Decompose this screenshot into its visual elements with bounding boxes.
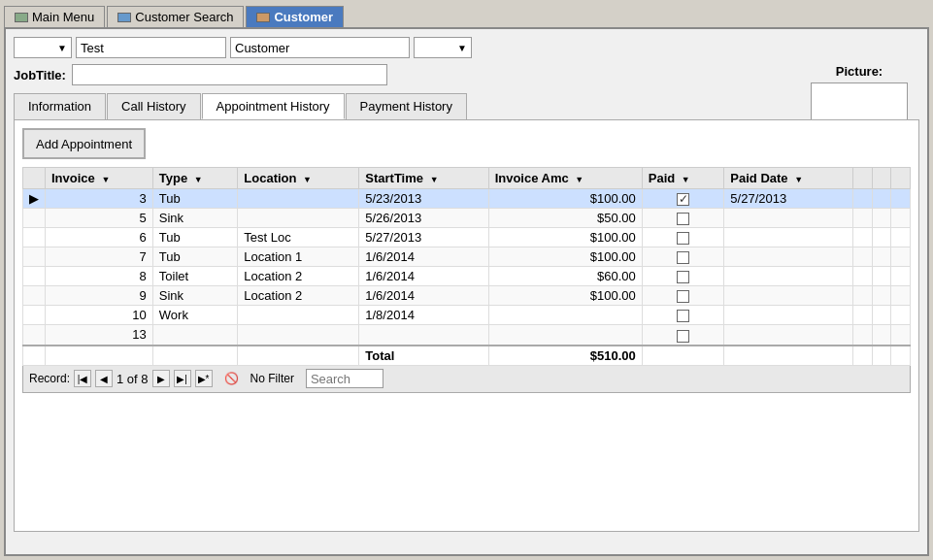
cell-invoice-amt: $60.00 [488, 267, 642, 286]
cell-starttime: 1/6/2014 [359, 286, 488, 306]
table-row[interactable]: 6TubTest Loc5/27/2013$100.00 [23, 228, 911, 247]
cell-paid[interactable] [642, 228, 724, 247]
cell-invoice-amt: $100.00 [488, 228, 642, 247]
cell-extra [891, 306, 911, 325]
table-row[interactable]: 5Sink5/26/2013$50.00 [23, 209, 911, 228]
col-invoice[interactable]: Invoice ▼ [46, 168, 153, 189]
inner-tabs: Information Call History Appointment His… [14, 93, 919, 119]
table-row[interactable]: 7TubLocation 11/6/2014$100.00 [23, 247, 911, 267]
paid-checkbox[interactable] [677, 213, 689, 225]
row-select-indicator [23, 306, 46, 325]
tab-customer-search[interactable]: Customer Search [107, 6, 244, 27]
total-cell: Total [359, 346, 488, 366]
cell-paid[interactable] [642, 286, 724, 306]
nav-first-button[interactable]: |◀ [74, 370, 91, 387]
row-select-indicator [23, 267, 46, 286]
col-extra2 [872, 168, 891, 189]
cell-paid[interactable] [642, 209, 724, 228]
cell-paid-date [724, 209, 853, 228]
cell-invoice: 9 [46, 286, 153, 306]
cell-type: Sink [152, 286, 238, 306]
paid-sort-icon: ▼ [682, 175, 690, 184]
type-sort-icon: ▼ [194, 175, 203, 184]
cell-invoice-amt: $100.00 [488, 247, 642, 267]
col-location[interactable]: Location ▼ [238, 168, 359, 189]
cell-extra [853, 325, 873, 346]
cell-starttime: 1/6/2014 [359, 247, 488, 267]
record-label: Record: [29, 372, 70, 385]
cell-extra [872, 209, 891, 228]
appointment-table: Invoice ▼ Type ▼ Location ▼ StartTime ▼ … [22, 167, 911, 366]
col-starttime[interactable]: StartTime ▼ [359, 168, 488, 189]
tab-information[interactable]: Information [14, 93, 106, 119]
paid-checkbox[interactable] [677, 310, 689, 322]
row-select-indicator [23, 286, 46, 306]
table-row[interactable]: ▶3Tub5/23/2013$100.005/27/2013 [23, 189, 911, 209]
total-cell [872, 346, 891, 366]
jobtitle-input[interactable] [72, 64, 387, 85]
filter-label: No Filter [250, 372, 294, 385]
paid-checkbox[interactable] [677, 290, 689, 303]
tab-call-history[interactable]: Call History [107, 93, 200, 119]
cell-paid[interactable] [642, 267, 724, 286]
table-row[interactable]: 10Work1/8/2014 [23, 306, 911, 325]
paid-checkbox[interactable] [677, 251, 689, 264]
nav-next-button[interactable]: ▶ [152, 370, 170, 387]
total-cell [891, 346, 911, 366]
tab-customer[interactable]: Customer [246, 6, 344, 27]
cell-paid[interactable] [642, 247, 724, 267]
cell-invoice: 8 [46, 267, 153, 286]
prefix-dropdown[interactable]: ▼ [14, 37, 72, 58]
nav-last-button[interactable]: ▶| [174, 370, 191, 387]
table-row[interactable]: 8ToiletLocation 21/6/2014$60.00 [23, 267, 911, 286]
picture-label: Picture: [811, 64, 908, 79]
tab-main-menu[interactable]: Main Menu [4, 6, 105, 27]
cell-extra [891, 189, 911, 209]
paid-checkbox[interactable] [677, 330, 689, 343]
nav-new-button[interactable]: ▶* [195, 370, 213, 387]
row-select-indicator [23, 325, 46, 346]
location-sort-icon: ▼ [303, 175, 312, 184]
jobtitle-row: JobTitle: [14, 64, 919, 85]
cell-type: Tub [152, 228, 238, 247]
cell-starttime: 5/23/2013 [359, 189, 488, 209]
cell-paid[interactable] [642, 189, 724, 209]
tab-content-appointment: Add Appointment Invoice ▼ Type ▼ Locatio… [14, 119, 919, 532]
cell-extra [891, 267, 911, 286]
tab-payment-history[interactable]: Payment History [346, 93, 467, 119]
total-cell: $510.00 [488, 346, 642, 366]
col-paid[interactable]: Paid ▼ [642, 168, 724, 189]
cell-extra [853, 228, 873, 247]
person-icon [256, 13, 270, 22]
suffix-dropdown[interactable]: ▼ [414, 37, 472, 58]
cell-extra [872, 247, 891, 267]
col-type[interactable]: Type ▼ [152, 168, 238, 189]
search-input[interactable] [306, 369, 383, 388]
cell-starttime [359, 325, 488, 346]
add-appointment-button[interactable]: Add Appointment [22, 128, 146, 159]
cell-type: Sink [152, 209, 238, 228]
paid-checkbox[interactable] [677, 232, 689, 245]
total-cell [853, 346, 873, 366]
col-paid-date[interactable]: Paid Date ▼ [724, 168, 853, 189]
tab-appointment-history[interactable]: Appointment History [202, 93, 345, 119]
cell-extra [891, 228, 911, 247]
col-extra3 [891, 168, 911, 189]
last-name-input[interactable] [230, 37, 410, 58]
paid-checkbox[interactable] [677, 193, 689, 206]
cell-invoice-amt [488, 306, 642, 325]
nav-prev-button[interactable]: ◀ [95, 370, 113, 387]
cell-extra [853, 286, 873, 306]
total-row: Total$510.00 [23, 346, 911, 366]
first-name-input[interactable] [76, 37, 226, 58]
col-invoice-amt[interactable]: Invoice Amc ▼ [488, 168, 642, 189]
cell-paid[interactable] [642, 325, 724, 346]
cell-extra [872, 228, 891, 247]
paid-checkbox[interactable] [677, 271, 689, 283]
total-cell [152, 346, 238, 366]
cell-paid[interactable] [642, 306, 724, 325]
cell-extra [872, 325, 891, 346]
cell-paid-date: 5/27/2013 [724, 189, 853, 209]
table-row[interactable]: 9SinkLocation 21/6/2014$100.00 [23, 286, 911, 306]
table-row[interactable]: 13 [23, 325, 911, 346]
